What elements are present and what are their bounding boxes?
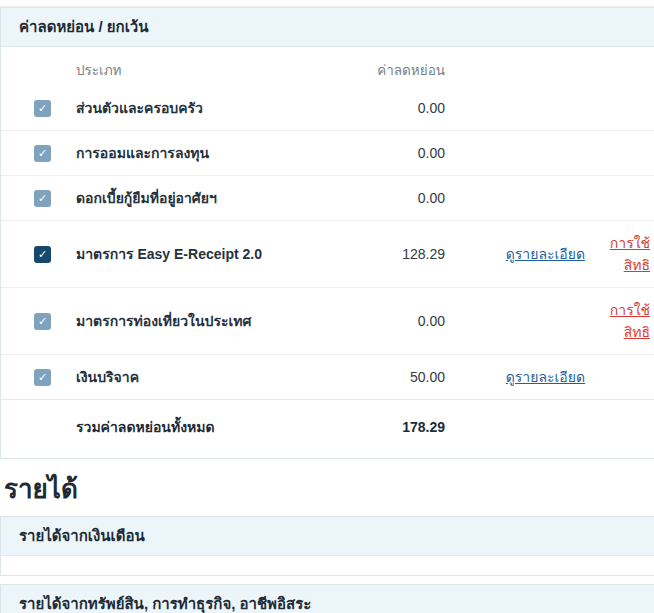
view-details-link[interactable]: ดูรายละเอียด [506, 246, 585, 262]
deductions-total-row: รวมค่าลดหย่อนทั้งหมด 178.29 [1, 400, 654, 458]
salary-panel-body [1, 556, 654, 575]
view-details-link[interactable]: ดูรายละเอียด [506, 369, 585, 385]
table-row: ดอกเบี้ยกู้ยืมที่อยู่อาศัยฯ 0.00 [1, 176, 654, 221]
table-row: เงินบริจาค 50.00 ดูรายละเอียด [1, 355, 654, 400]
deduction-amount: 128.29 [402, 246, 445, 262]
income-section-heading: รายได้ [4, 472, 654, 506]
deductions-panel: ค่าลดหย่อน / ยกเว้น ประเภท ค่าลดหย่อน ส่… [0, 7, 654, 459]
table-row: การออมและการลงทุน 0.00 [1, 131, 654, 176]
table-row: มาตรการ Easy E-Receipt 2.0 128.29 ดูรายล… [1, 221, 654, 288]
deduction-amount: 0.00 [418, 100, 445, 116]
total-label: รวมค่าลดหย่อนทั้งหมด [76, 419, 215, 435]
usage-rights-link[interactable]: การใช้สิทธิ [610, 302, 650, 340]
checkbox-checked[interactable] [34, 246, 51, 263]
deduction-label: เงินบริจาค [76, 369, 139, 385]
deductions-panel-header: ค่าลดหย่อน / ยกเว้น [1, 8, 654, 47]
deduction-label: มาตรการท่องเที่ยวในประเทศ [76, 313, 251, 329]
business-panel-header: รายได้จากทรัพย์สิน, การทำธุรกิจ, อาชีพอิ… [1, 585, 654, 613]
checkbox-checked[interactable] [34, 369, 51, 386]
usage-rights-link[interactable]: การใช้สิทธิ [610, 235, 650, 273]
deduction-label: มาตรการ Easy E-Receipt 2.0 [76, 246, 262, 262]
deduction-amount: 50.00 [410, 369, 445, 385]
top-strip [0, 0, 654, 7]
deduction-amount: 0.00 [418, 190, 445, 206]
table-row: ส่วนตัวและครอบครัว 0.00 [1, 86, 654, 131]
checkbox-checked[interactable] [34, 313, 51, 330]
checkbox-checked[interactable] [34, 145, 51, 162]
salary-panel-header: รายได้จากเงินเดือน [1, 517, 654, 556]
column-header-type: ประเภท [76, 59, 355, 81]
total-amount: 178.29 [402, 419, 445, 435]
checkbox-checked[interactable] [34, 100, 51, 117]
business-income-panel: รายได้จากทรัพย์สิน, การทำธุรกิจ, อาชีพอิ… [0, 584, 654, 613]
deduction-amount: 0.00 [418, 145, 445, 161]
checkbox-checked[interactable] [34, 190, 51, 207]
deduction-label: ดอกเบี้ยกู้ยืมที่อยู่อาศัยฯ [76, 190, 217, 206]
deduction-label: ส่วนตัวและครอบครัว [76, 100, 203, 116]
table-row: มาตรการท่องเที่ยวในประเทศ 0.00 การใช้สิท… [1, 288, 654, 355]
column-header-amount: ค่าลดหย่อน [355, 59, 445, 81]
efiling-page: ค่าลดหย่อน / ยกเว้น ประเภท ค่าลดหย่อน ส่… [0, 0, 654, 613]
salary-income-panel: รายได้จากเงินเดือน [0, 516, 654, 576]
deduction-label: การออมและการลงทุน [76, 145, 209, 161]
deductions-column-headers: ประเภท ค่าลดหย่อน [1, 47, 654, 86]
deduction-amount: 0.00 [418, 313, 445, 329]
